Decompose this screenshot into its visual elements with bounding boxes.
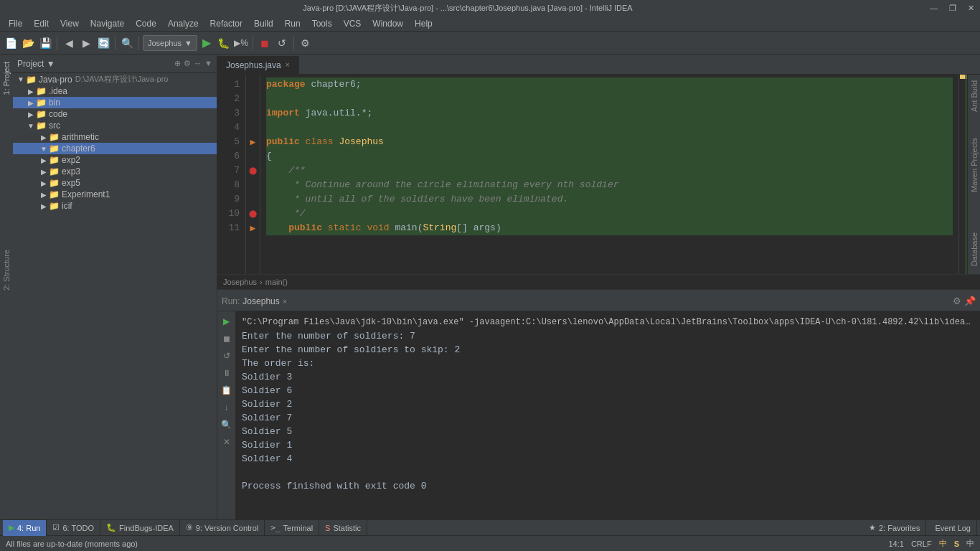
menu-run[interactable]: Run <box>279 17 306 30</box>
project-header: Project ▼ ⊕ ⚙ ↔ ▼ <box>13 55 217 73</box>
ime-indicator: 中 <box>966 538 974 549</box>
maven-projects-tab[interactable]: Maven Projects <box>969 132 980 198</box>
toolbar-forward-button[interactable]: ▶ <box>78 35 94 51</box>
run-pin-icon[interactable]: 📌 <box>964 296 976 306</box>
run-output-line-7: Soldier 7 <box>242 411 974 425</box>
tree-item-chapter6[interactable]: ▼ 📁 chapter6 <box>13 143 217 154</box>
expand-icon[interactable]: ↔ <box>194 59 202 68</box>
maximize-button[interactable]: ❐ <box>949 4 956 13</box>
run-rerun-button[interactable]: ↺ <box>220 349 234 363</box>
tree-item-src[interactable]: ▼ 📁 src <box>13 120 217 131</box>
editor-tab-josephus[interactable]: Josephus.java × <box>217 56 299 74</box>
tab-statistic[interactable]: S Statistic <box>319 520 367 536</box>
tree-item-exp2[interactable]: ▶ 📁 exp2 <box>13 154 217 166</box>
tab-close-button[interactable]: × <box>286 61 290 69</box>
tab-findbugs[interactable]: 🐛 FindBugs-IDEA <box>100 520 180 536</box>
toolbar-open-button[interactable]: 📂 <box>20 35 36 51</box>
tree-arrow: ▼ <box>39 145 49 153</box>
tree-item-exp3[interactable]: ▶ 📁 exp3 <box>13 166 217 177</box>
tree-item-bin[interactable]: ▶ 📁 bin <box>13 97 217 108</box>
menu-refactor[interactable]: Refactor <box>204 17 248 30</box>
tree-item-icif[interactable]: ▶ 📁 icif <box>13 200 217 212</box>
toolbar-separator-2 <box>115 36 116 50</box>
toolbar-debug-button[interactable]: 🐛 <box>216 35 232 51</box>
chapter6-folder-icon: 📁 <box>49 143 60 154</box>
run-settings-icon[interactable]: ⚙ <box>953 296 961 306</box>
todo-tab-label: 6: TODO <box>62 524 94 532</box>
menu-help[interactable]: Help <box>409 17 438 30</box>
tab-terminal[interactable]: >_ Terminal <box>265 520 319 536</box>
menu-tools[interactable]: Tools <box>306 17 338 30</box>
tree-item-exp5[interactable]: ▶ 📁 exp5 <box>13 177 217 189</box>
run-config-dropdown[interactable]: Josephus ▼ <box>143 35 197 51</box>
run-side-buttons: ▶ ◼ ↺ ⏸ 📋 ↓ 🔍 ✕ <box>217 311 236 519</box>
tab-todo[interactable]: ☑ 6: TODO <box>47 520 100 536</box>
menu-window[interactable]: Window <box>367 17 409 30</box>
database-tab[interactable]: Database <box>969 227 980 272</box>
toolbar-search-everywhere[interactable]: 🔍 <box>119 35 135 51</box>
toolbar-sync-button[interactable]: 🔄 <box>95 35 111 51</box>
menu-navigate[interactable]: Navigate <box>85 17 130 30</box>
menu-file[interactable]: File <box>3 17 28 30</box>
tab-event-log[interactable]: Event Log <box>929 520 977 536</box>
tree-path-java-pro: D:\JAVA程序设计\Java-pro <box>75 74 169 85</box>
project-tab-vertical[interactable]: 1: Project <box>1 57 12 99</box>
run-config-label[interactable]: Josephus <box>242 296 279 306</box>
expand-arrow-11[interactable]: ▶ <box>250 221 256 235</box>
code-editor[interactable]: package chapter6; import java.util.*; pu… <box>260 75 958 274</box>
minimize-button[interactable]: — <box>930 4 938 13</box>
run-pause-button[interactable]: ⏸ <box>220 366 234 380</box>
cursor-position: 14:1 <box>889 540 904 548</box>
toolbar-settings[interactable]: ⚙ <box>298 35 314 51</box>
collapse-icon[interactable]: ▼ <box>204 59 212 68</box>
run-stop-button[interactable]: ◼ <box>220 331 234 346</box>
tree-item-arithmetic[interactable]: ▶ 📁 arithmetic <box>13 131 217 143</box>
run-close-all-button[interactable]: ✕ <box>220 435 234 449</box>
expand-arrow-5[interactable]: ▶ <box>250 135 256 149</box>
menu-vcs[interactable]: VCS <box>338 17 367 30</box>
menu-build[interactable]: Build <box>248 17 279 30</box>
toolbar-run-button[interactable]: ▶ <box>199 35 215 51</box>
toolbar-rerun-button[interactable]: ↺ <box>274 35 290 51</box>
menu-edit[interactable]: Edit <box>28 17 55 30</box>
tree-item-idea[interactable]: ▶ 📁 .idea <box>13 85 217 97</box>
run-output-line-1: Enter the number of soldiers: 7 <box>242 329 974 343</box>
structure-tab-vertical[interactable]: 2: Structure <box>1 245 12 295</box>
settings-icon[interactable]: ⚙ <box>184 59 191 68</box>
run-tab-close[interactable]: × <box>283 297 287 306</box>
toolbar-back-button[interactable]: ◀ <box>61 35 77 51</box>
toolbar-run-coverage[interactable]: ▶% <box>233 35 249 51</box>
tree-label-src: src <box>49 121 60 131</box>
toolbar-stop-button[interactable]: ◼ <box>257 35 273 51</box>
tab-version-control[interactable]: ⑨ 9: Version Control <box>180 520 265 536</box>
run-play-button[interactable]: ▶ <box>220 314 234 329</box>
run-dump-button[interactable]: 📋 <box>220 383 234 397</box>
locate-icon[interactable]: ⊕ <box>174 59 181 68</box>
tree-item-experiment1[interactable]: ▶ 📁 Experiment1 <box>13 189 217 200</box>
event-log-label: Event Log <box>935 524 971 532</box>
menu-bar: File Edit View Navigate Code Analyze Ref… <box>0 16 980 32</box>
code-line-3: import java.util.*; <box>266 106 953 121</box>
run-filter-button[interactable]: 🔍 <box>220 418 234 432</box>
toolbar-new-button[interactable]: 📄 <box>3 35 19 51</box>
close-button[interactable]: ✕ <box>968 4 974 13</box>
left-gutter: 1: Project 2: Structure <box>0 55 13 519</box>
breakpoint-10[interactable]: ⬤ <box>249 207 257 221</box>
ant-build-tab[interactable]: Ant Build <box>969 75 980 118</box>
tree-arrow: ▶ <box>39 191 49 199</box>
menu-analyze[interactable]: Analyze <box>162 17 204 30</box>
run-panel-header: Run: Josephus × ⚙ 📌 <box>217 291 980 311</box>
src-folder-icon: 📁 <box>36 121 47 131</box>
menu-view[interactable]: View <box>55 17 85 30</box>
run-label: Run: <box>222 296 240 306</box>
tab-run[interactable]: ▶ 4: Run <box>3 520 47 536</box>
tree-item-java-pro[interactable]: ▼ 📁 Java-pro D:\JAVA程序设计\Java-pro <box>13 73 217 85</box>
run-scroll-end-button[interactable]: ↓ <box>220 400 234 415</box>
tree-item-code[interactable]: ▶ 📁 code <box>13 108 217 120</box>
menu-code[interactable]: Code <box>130 17 162 30</box>
breakpoint-7[interactable]: ⬤ <box>249 164 257 178</box>
toolbar-save-button[interactable]: 💾 <box>37 35 53 51</box>
toolbar-separator-3 <box>138 36 139 50</box>
project-icon: 📁 <box>26 75 37 85</box>
tab-favorites[interactable]: ★ 2: Favorites <box>863 520 926 536</box>
